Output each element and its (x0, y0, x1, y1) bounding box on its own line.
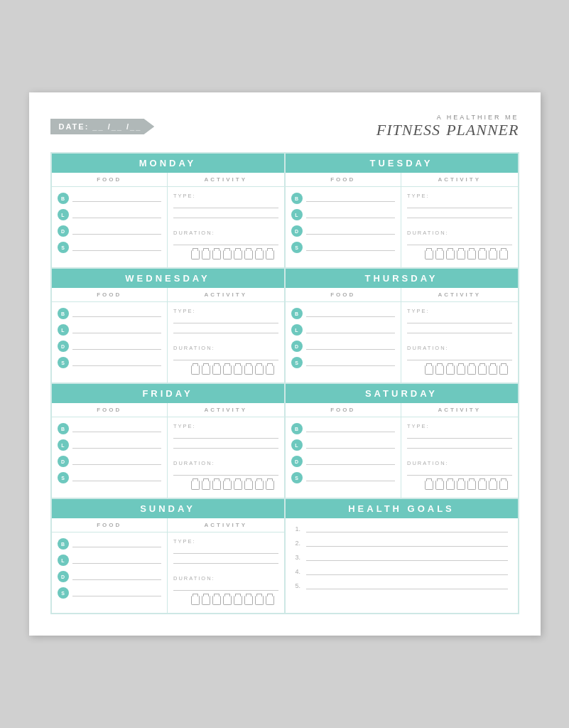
goal-4: 4. (296, 568, 508, 575)
day-friday: FRIDAY FOOD ACTIVITY B L D S TYPE: (51, 383, 285, 498)
page: DATE: __ /__ /__ A HEALTHIER ME FITNESS … (29, 92, 541, 636)
monday-meal-s: S (58, 242, 162, 253)
saturday-header: SATURDAY (286, 384, 518, 403)
tuesday-duration-label: DURATION: (407, 230, 512, 236)
tuesday-meal-b: B (291, 193, 396, 204)
monday-meal-d: D (58, 225, 162, 237)
goal-num-4: 4. (296, 568, 303, 575)
goal-num-3: 3. (296, 554, 303, 561)
monday-water (173, 248, 278, 263)
friday-header: FRIDAY (52, 384, 284, 403)
day-saturday: SATURDAY FOOD ACTIVITY B L D S TYPE: (285, 383, 519, 498)
badge-l: L (58, 209, 69, 220)
water-cup (202, 250, 210, 259)
monday-food-label: FOOD (52, 173, 168, 186)
monday-meal-b: B (58, 193, 162, 204)
tuesday-activity: TYPE: DURATION: (401, 187, 518, 267)
tuesday-header: TUESDAY (286, 154, 518, 173)
monday-duration-label: DURATION: (173, 230, 278, 236)
goal-num-1: 1. (296, 525, 303, 532)
tuesday-meal-l: L (291, 209, 396, 220)
planner-grid: MONDAY FOOD ACTIVITY B L D S TYPE: (50, 152, 519, 614)
badge-b: B (58, 193, 69, 204)
water-cup (244, 250, 253, 259)
water-cup (212, 250, 221, 259)
brand-subtitle: A HEALTHIER ME (376, 114, 519, 121)
wednesday-header: WEDNESDAY (52, 269, 284, 288)
tuesday-meal-s: S (291, 242, 396, 253)
bottom-row: SUNDAY FOOD ACTIVITY B L D S TYPE: (51, 498, 519, 614)
tuesday-content: B L D S TYPE: DURATION: (286, 187, 518, 267)
monday-food: B L D S (52, 187, 168, 267)
water-cup (191, 250, 200, 259)
goal-1: 1. (296, 525, 508, 532)
monday-type-label: TYPE: (173, 193, 278, 199)
goal-2: 2. (296, 540, 508, 547)
badge-s: S (58, 242, 69, 253)
tuesday-meal-d: D (291, 225, 396, 237)
goal-3: 3. (296, 554, 508, 561)
water-cup (255, 250, 264, 259)
monday-header: MONDAY (52, 154, 284, 173)
tuesday-food-label: FOOD (286, 173, 402, 186)
monday-activity-label: ACTIVITY (168, 173, 284, 186)
goals-content: 1. 2. 3. 4. (286, 518, 518, 604)
week-row-2: WEDNESDAY FOOD ACTIVITY B L D S TYPE: (51, 268, 519, 383)
day-tuesday: TUESDAY FOOD ACTIVITY B L D S TYPE: (285, 153, 519, 268)
tuesday-type-label: TYPE: (407, 193, 512, 199)
tuesday-water (407, 248, 512, 263)
water-cup (266, 250, 274, 259)
tuesday-food: B L D S (286, 187, 402, 267)
badge-d: D (58, 225, 69, 237)
water-cup (223, 250, 232, 259)
monday-subheader: FOOD ACTIVITY (52, 173, 284, 187)
health-goals-header: HEALTH GOALS (286, 499, 518, 518)
monday-activity: TYPE: DURATION: (168, 187, 284, 267)
health-goals-block: HEALTH GOALS 1. 2. 3. 4. (285, 498, 519, 614)
goal-num-5: 5. (296, 582, 303, 589)
monday-meal-l: L (58, 209, 162, 220)
goal-5: 5. (296, 582, 508, 589)
goal-num-2: 2. (296, 540, 303, 547)
brand-title: FITNESS Planner (376, 121, 519, 139)
thursday-header: THURSDAY (286, 269, 518, 288)
monday-content: B L D S TYPE: DURATION: (52, 187, 284, 267)
header: DATE: __ /__ /__ A HEALTHIER ME FITNESS … (50, 114, 519, 139)
day-thursday: THURSDAY FOOD ACTIVITY B L D S TYPE: (285, 268, 519, 383)
week-row-3: FRIDAY FOOD ACTIVITY B L D S TYPE: (51, 383, 519, 498)
day-sunday: SUNDAY FOOD ACTIVITY B L D S TYPE: (51, 498, 285, 614)
date-label: DATE: __ /__ /__ (50, 119, 155, 134)
day-monday: MONDAY FOOD ACTIVITY B L D S TYPE: (51, 153, 285, 268)
sunday-header: SUNDAY (52, 499, 284, 518)
brand: A HEALTHIER ME FITNESS Planner (376, 114, 519, 139)
tuesday-activity-label: ACTIVITY (401, 173, 518, 186)
week-row-1: MONDAY FOOD ACTIVITY B L D S TYPE: (51, 153, 519, 268)
water-cup (234, 250, 242, 259)
tuesday-subheader: FOOD ACTIVITY (286, 173, 518, 187)
day-wednesday: WEDNESDAY FOOD ACTIVITY B L D S TYPE: (51, 268, 285, 383)
